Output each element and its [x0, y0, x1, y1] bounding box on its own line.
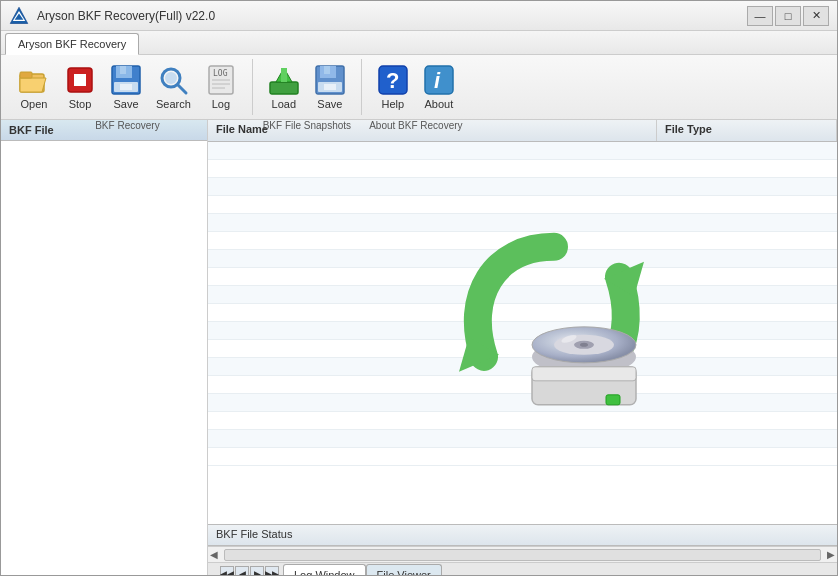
load-icon — [268, 64, 300, 96]
save2-button[interactable]: Save — [307, 59, 353, 115]
bottom-tabs: ◀◀ ◀ ▶ ▶▶ Log Window File Viewer — [208, 562, 837, 576]
svg-rect-6 — [74, 74, 86, 86]
maximize-button[interactable]: □ — [775, 6, 801, 26]
toolbar: Open Stop Save — [1, 55, 837, 120]
svg-rect-42 — [606, 395, 620, 405]
tab-file-viewer[interactable]: File Viewer — [366, 564, 442, 576]
nav-buttons: ◀◀ ◀ ▶ ▶▶ — [216, 564, 283, 576]
col-file-type: File Type — [657, 120, 837, 141]
about-label: About — [424, 98, 453, 110]
toolbar-group-bkf-recovery: Open Stop Save — [3, 59, 253, 115]
title-bar-left: Aryson BKF Recovery(Full) v22.0 — [9, 6, 215, 26]
about-icon: i — [423, 64, 455, 96]
help-button[interactable]: ? Help — [370, 59, 416, 115]
title-controls: — □ ✕ — [747, 6, 829, 26]
svg-text:?: ? — [386, 68, 399, 93]
svg-rect-22 — [281, 68, 287, 82]
load-button[interactable]: Load — [261, 59, 307, 115]
disc-graphic — [454, 227, 654, 420]
toolbar-group-about: ? Help i About About BKF Recovery — [362, 59, 470, 115]
svg-point-38 — [580, 343, 588, 347]
horizontal-scrollbar[interactable]: ◀ ▶ — [208, 546, 837, 562]
minimize-button[interactable]: — — [747, 6, 773, 26]
search-label: Search — [156, 98, 191, 110]
log-icon: LOG — [205, 64, 237, 96]
nav-last[interactable]: ▶▶ — [265, 566, 279, 576]
log-button[interactable]: LOG Log — [198, 59, 244, 115]
save2-label: Save — [317, 98, 342, 110]
svg-point-14 — [165, 72, 177, 84]
open-button[interactable]: Open — [11, 59, 57, 115]
search-button[interactable]: Search — [149, 59, 198, 115]
open-icon — [18, 64, 50, 96]
save-icon — [110, 64, 142, 96]
svg-rect-41 — [532, 367, 636, 381]
bkf-status: BKF File Status — [208, 524, 837, 546]
main-tab[interactable]: Aryson BKF Recovery — [5, 33, 139, 55]
about-label-group: About BKF Recovery — [369, 120, 462, 131]
save2-icon — [314, 64, 346, 96]
save-label: Save — [113, 98, 138, 110]
left-panel: BKF File — [1, 120, 208, 576]
title-bar: Aryson BKF Recovery(Full) v22.0 — □ ✕ — [1, 1, 837, 31]
svg-rect-11 — [120, 84, 132, 90]
svg-rect-9 — [120, 66, 126, 74]
load-label: Load — [272, 98, 296, 110]
scroll-track[interactable] — [224, 549, 821, 561]
svg-rect-4 — [20, 72, 32, 78]
svg-line-13 — [178, 85, 186, 93]
search-icon — [157, 64, 189, 96]
about-button[interactable]: i About — [416, 59, 462, 115]
left-panel-content — [1, 141, 207, 576]
window-title: Aryson BKF Recovery(Full) v22.0 — [37, 9, 215, 23]
nav-next[interactable]: ▶ — [250, 566, 264, 576]
nav-first[interactable]: ◀◀ — [220, 566, 234, 576]
toolbar-group-snapshots: Load Save BKF File Snapshots — [253, 59, 362, 115]
tab-bar: Aryson BKF Recovery — [1, 31, 837, 55]
svg-text:i: i — [434, 68, 441, 93]
svg-rect-27 — [324, 84, 336, 90]
stop-label: Stop — [69, 98, 92, 110]
snapshots-label: BKF File Snapshots — [263, 120, 351, 131]
svg-rect-20 — [270, 82, 298, 94]
svg-text:LOG: LOG — [213, 69, 228, 78]
right-panel: File Name File Type — [208, 120, 837, 576]
save-button[interactable]: Save — [103, 59, 149, 115]
help-icon: ? — [377, 64, 409, 96]
stop-icon — [64, 64, 96, 96]
svg-rect-25 — [324, 66, 330, 74]
help-label: Help — [382, 98, 405, 110]
stop-button[interactable]: Stop — [57, 59, 103, 115]
close-button[interactable]: ✕ — [803, 6, 829, 26]
tab-log-window[interactable]: Log Window — [283, 564, 366, 576]
app-logo — [9, 6, 29, 26]
file-content-area — [208, 142, 837, 524]
open-label: Open — [21, 98, 48, 110]
log-label: Log — [212, 98, 230, 110]
nav-prev[interactable]: ◀ — [235, 566, 249, 576]
bkf-recovery-label: BKF Recovery — [95, 120, 159, 131]
